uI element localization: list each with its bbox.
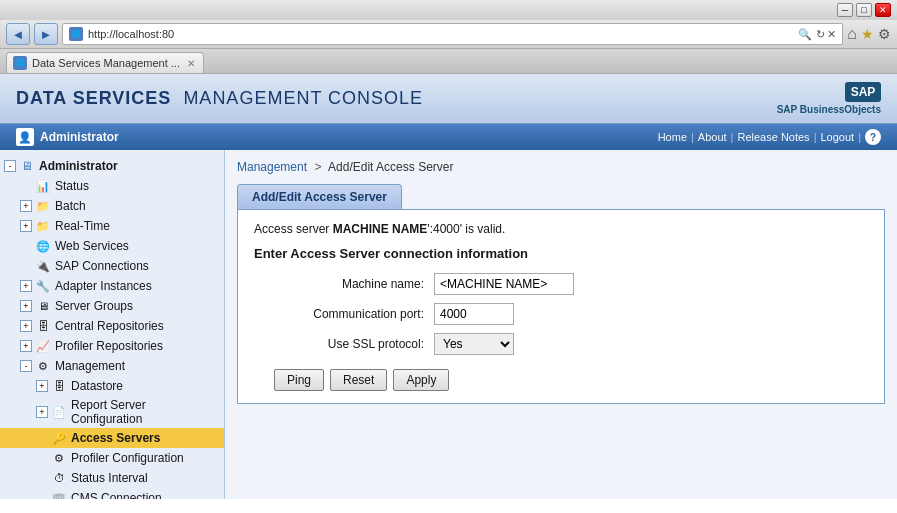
- ping-button[interactable]: Ping: [274, 369, 324, 391]
- expand-icon[interactable]: +: [20, 280, 32, 292]
- tab-close-icon[interactable]: ✕: [187, 58, 195, 69]
- central-repo-icon: 🗄: [35, 318, 51, 334]
- browser-titlebar: ─ □ ✕: [0, 0, 897, 20]
- expand-icon[interactable]: +: [20, 320, 32, 332]
- sidebar-item-management[interactable]: - ⚙ Management: [0, 356, 224, 376]
- sidebar-item-label: Access Servers: [71, 431, 160, 445]
- back-button[interactable]: ◄: [6, 23, 30, 45]
- sidebar-item-web-services[interactable]: 🌐 Web Services: [0, 236, 224, 256]
- stop-button[interactable]: ✕: [827, 28, 836, 41]
- breadcrumb-current: Add/Edit Access Server: [328, 160, 453, 174]
- sidebar-item-realtime[interactable]: + 📁 Real-Time: [0, 216, 224, 236]
- expand-icon[interactable]: +: [20, 300, 32, 312]
- sidebar-item-label: Administrator: [39, 159, 118, 173]
- expand-icon[interactable]: -: [20, 360, 32, 372]
- sidebar-item-profiler-repositories[interactable]: + 📈 Profiler Repositories: [0, 336, 224, 356]
- sidebar-item-status[interactable]: 📊 Status: [0, 176, 224, 196]
- sidebar-item-server-groups[interactable]: + 🖥 Server Groups: [0, 296, 224, 316]
- forward-button[interactable]: ►: [34, 23, 58, 45]
- expand-icon[interactable]: +: [36, 406, 48, 418]
- form-table: Machine name: Communication port: Use SS…: [274, 273, 868, 355]
- sidebar-item-profiler-config[interactable]: ⚙ Profiler Configuration: [0, 448, 224, 468]
- sidebar-item-label: Management: [55, 359, 125, 373]
- logout-link[interactable]: Logout: [820, 131, 854, 143]
- breadcrumb-management-link[interactable]: Management: [237, 160, 307, 174]
- content-tab-add-edit[interactable]: Add/Edit Access Server: [237, 184, 402, 209]
- sidebar-item-central-repositories[interactable]: + 🗄 Central Repositories: [0, 316, 224, 336]
- page-favicon: 🌐: [69, 27, 83, 41]
- sidebar-item-label: CMS Connection: [71, 491, 162, 499]
- sap-conn-icon: 🔌: [35, 258, 51, 274]
- sidebar-item-status-interval[interactable]: ⏱ Status Interval: [0, 468, 224, 488]
- browser-tab[interactable]: 🌐 Data Services Management ... ✕: [6, 52, 204, 73]
- datastore-icon: 🗄: [51, 378, 67, 394]
- tab-panel-header: Add/Edit Access Server: [237, 184, 885, 209]
- favorites-button[interactable]: ★: [861, 26, 874, 42]
- home-button[interactable]: ⌂: [847, 25, 857, 43]
- machine-name-highlight: MACHINE NAME: [333, 222, 428, 236]
- expand-icon[interactable]: +: [20, 220, 32, 232]
- machine-name-row: Machine name:: [274, 273, 868, 295]
- expand-icon[interactable]: +: [36, 380, 48, 392]
- close-button[interactable]: ✕: [875, 3, 891, 17]
- help-button[interactable]: ?: [865, 129, 881, 145]
- sidebar-item-report-server[interactable]: + 📄 Report Server Configuration: [0, 396, 224, 428]
- computer-icon: 🖥: [19, 158, 35, 174]
- search-icon[interactable]: 🔍: [798, 28, 812, 41]
- refresh-button[interactable]: ↻: [816, 28, 825, 41]
- sep3: |: [814, 131, 817, 143]
- access-server-message: Access server MACHINE NAME':4000' is val…: [254, 222, 868, 236]
- settings-button[interactable]: ⚙: [878, 26, 891, 42]
- sep1: |: [691, 131, 694, 143]
- sap-brand-icon: SAP: [845, 82, 881, 102]
- sidebar: - 🖥 Administrator 📊 Status + 📁 Batch + 📁: [0, 150, 225, 499]
- sap-logo: SAP SAP BusinessObjects: [777, 82, 881, 115]
- tab-favicon: 🌐: [13, 56, 27, 70]
- sap-brand-text: SAP BusinessObjects: [777, 104, 881, 115]
- expand-icon[interactable]: +: [20, 340, 32, 352]
- ssl-select[interactable]: Yes No: [434, 333, 514, 355]
- user-icon: 👤: [16, 128, 34, 146]
- tab-bar: 🌐 Data Services Management ... ✕: [0, 49, 897, 73]
- realtime-icon: 📁: [35, 218, 51, 234]
- minimize-button[interactable]: ─: [837, 3, 853, 17]
- management-icon: ⚙: [35, 358, 51, 374]
- sidebar-item-label: SAP Connections: [55, 259, 149, 273]
- sidebar-item-administrator[interactable]: - 🖥 Administrator: [0, 156, 224, 176]
- expand-icon[interactable]: -: [4, 160, 16, 172]
- sidebar-item-label: Profiler Repositories: [55, 339, 163, 353]
- sidebar-item-sap-connections[interactable]: 🔌 SAP Connections: [0, 256, 224, 276]
- access-servers-icon: 🔑: [51, 430, 67, 446]
- comm-port-row: Communication port:: [274, 303, 868, 325]
- apply-button[interactable]: Apply: [393, 369, 449, 391]
- app-container: DATA SERVICES MANAGEMENT CONSOLE SAP SAP…: [0, 74, 897, 499]
- sidebar-item-adapter-instances[interactable]: + 🔧 Adapter Instances: [0, 276, 224, 296]
- sep4: |: [858, 131, 861, 143]
- address-text: http://localhost:80: [88, 28, 798, 40]
- batch-icon: 📁: [35, 198, 51, 214]
- comm-port-input[interactable]: [434, 303, 514, 325]
- content-panel: Access server MACHINE NAME':4000' is val…: [237, 209, 885, 404]
- sidebar-item-access-servers[interactable]: 🔑 Access Servers: [0, 428, 224, 448]
- sidebar-item-label: Central Repositories: [55, 319, 164, 333]
- home-link[interactable]: Home: [658, 131, 687, 143]
- release-notes-link[interactable]: Release Notes: [737, 131, 809, 143]
- expand-icon[interactable]: +: [20, 200, 32, 212]
- sidebar-item-label: Datastore: [71, 379, 123, 393]
- sidebar-item-datastore[interactable]: + 🗄 Datastore: [0, 376, 224, 396]
- ssl-label: Use SSL protocol:: [274, 337, 434, 351]
- user-label: Administrator: [40, 130, 119, 144]
- profiler-repo-icon: 📈: [35, 338, 51, 354]
- server-groups-icon: 🖥: [35, 298, 51, 314]
- about-link[interactable]: About: [698, 131, 727, 143]
- sidebar-item-cms-connection[interactable]: 🏢 CMS Connection: [0, 488, 224, 499]
- sidebar-item-label: Real-Time: [55, 219, 110, 233]
- sidebar-item-label: Profiler Configuration: [71, 451, 184, 465]
- sidebar-item-label: Report Server Configuration: [71, 398, 220, 426]
- browser-chrome: ─ □ ✕ ◄ ► 🌐 http://localhost:80 🔍 ↻ ✕ ⌂ …: [0, 0, 897, 74]
- maximize-button[interactable]: □: [856, 3, 872, 17]
- breadcrumb-separator: >: [314, 160, 321, 174]
- machine-name-input[interactable]: [434, 273, 574, 295]
- sidebar-item-batch[interactable]: + 📁 Batch: [0, 196, 224, 216]
- reset-button[interactable]: Reset: [330, 369, 387, 391]
